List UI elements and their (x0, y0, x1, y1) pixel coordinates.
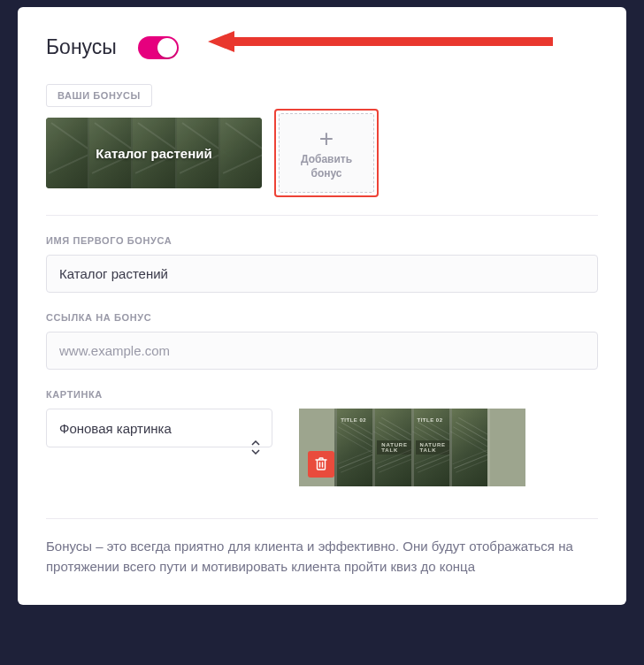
bonus-name-input[interactable] (46, 255, 598, 293)
picture-type-select[interactable]: Фоновая картинка (46, 409, 272, 447)
bonus-card-label: Каталог растений (96, 146, 211, 161)
bonus-picture-label: КАРТИНКА (46, 389, 598, 400)
section-title: Бонусы (46, 35, 117, 59)
bonuses-toggle[interactable] (138, 36, 179, 59)
preview-title-badge: TITLE 02 (341, 417, 366, 423)
header-row: Бонусы (46, 35, 598, 59)
picture-select-wrap: Фоновая картинка (46, 409, 272, 486)
bonuses-description: Бонусы – это всегда приятно для клиента … (46, 537, 598, 577)
delete-image-button[interactable] (308, 451, 334, 478)
bonuses-settings-card: Бонусы ВАШИ БОНУСЫ Каталог растений + До… (18, 7, 626, 605)
trash-icon (315, 457, 327, 471)
add-bonus-label-1: Добавить (301, 153, 352, 165)
picture-row: Фоновая картинка TITLE 02 NATURE TALK TI… (46, 409, 598, 519)
bonus-card[interactable]: Каталог растений (46, 118, 262, 188)
preview-title-badge-2: TITLE 02 (418, 417, 443, 423)
toggle-knob (157, 38, 177, 57)
bonus-link-label: ССЫЛКА НА БОНУС (46, 312, 598, 323)
your-bonuses-tab[interactable]: ВАШИ БОНУСЫ (46, 84, 152, 107)
add-bonus-button[interactable]: + Добавить бонус (279, 113, 374, 193)
bonus-link-input[interactable] (46, 332, 598, 370)
plus-icon: + (319, 126, 334, 151)
preview-nature-badge-2: NATURE TALK (416, 440, 450, 455)
add-bonus-label-2: бонус (310, 167, 341, 180)
bonus-name-label: ИМЯ ПЕРВОГО БОНУСА (46, 235, 598, 246)
preview-nature-badge-1: NATURE TALK (377, 440, 411, 455)
bonus-cards-row: Каталог растений + Добавить бонус (46, 118, 598, 216)
bonus-image-preview: TITLE 02 NATURE TALK TITLE 02 NATURE TAL… (299, 409, 525, 486)
add-bonus-highlight-frame: + Добавить бонус (274, 109, 379, 197)
